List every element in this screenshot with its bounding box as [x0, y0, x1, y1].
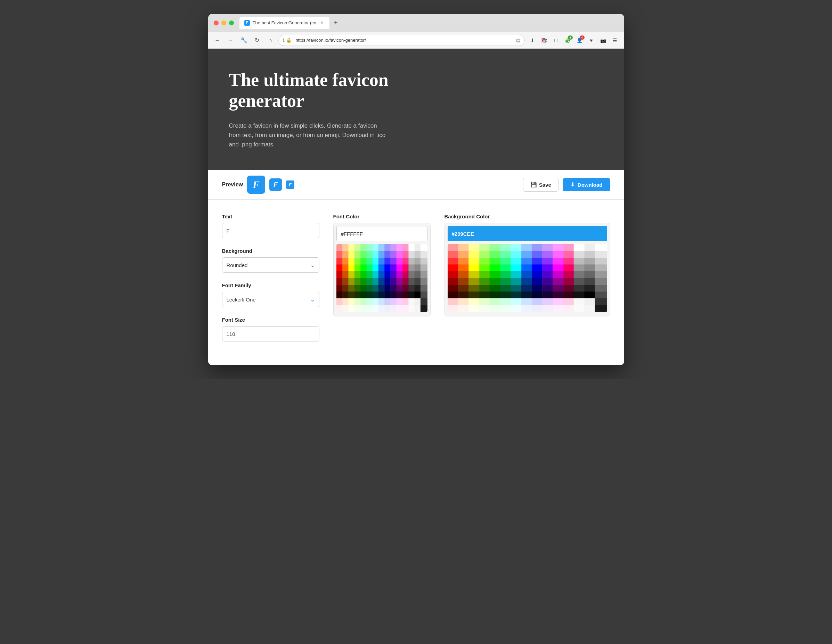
- preview-section: Preview F F F: [222, 176, 294, 194]
- maximize-button[interactable]: [229, 21, 234, 26]
- download-label: Download: [578, 182, 603, 188]
- bookmarks-icon[interactable]: 📚: [539, 35, 549, 45]
- downloads-icon[interactable]: ⬇: [528, 35, 537, 45]
- tab-title: The best Favicon Generator (co: [253, 20, 317, 26]
- save-label: Save: [539, 182, 551, 188]
- form-col-center: Font Color: [333, 213, 430, 351]
- font-color-palette[interactable]: [336, 244, 427, 312]
- browser-content: The ultimate favicon generator Create a …: [208, 49, 624, 365]
- font-color-label: Font Color: [333, 213, 430, 219]
- save-button[interactable]: 💾 Save: [523, 178, 558, 192]
- address-icons: ℹ 🔒: [283, 38, 291, 43]
- font-color-picker: [333, 223, 430, 316]
- close-button[interactable]: [214, 21, 219, 26]
- home-button[interactable]: ⌂: [265, 35, 275, 46]
- security-icon: 🔒: [286, 38, 291, 43]
- new-tab-button[interactable]: +: [331, 18, 341, 28]
- text-input[interactable]: [222, 223, 319, 238]
- form-row: Text Background Circle Rounded Square ⌄: [222, 213, 610, 351]
- nav-right-icons: ⬇ 📚 □ 🧩 4 👤 4 ♥ 📷 ☰: [528, 35, 620, 45]
- url-text: https://favicon.io/favicon-generator/: [296, 38, 513, 43]
- active-tab[interactable]: F The best Favicon Generator (co ✕: [240, 17, 330, 29]
- tab-bar: F The best Favicon Generator (co ✕ +: [240, 17, 619, 29]
- minimize-button[interactable]: [221, 21, 226, 26]
- background-select[interactable]: Circle Rounded Square: [222, 257, 319, 272]
- background-label: Background: [222, 248, 319, 254]
- preview-label: Preview: [222, 181, 243, 188]
- traffic-lights: [214, 21, 234, 26]
- font-size-field-group: Font Size: [222, 317, 319, 341]
- text-label: Text: [222, 213, 319, 219]
- title-bar: F The best Favicon Generator (co ✕ +: [208, 14, 624, 32]
- hero-section: The ultimate favicon generator Create a …: [208, 49, 624, 170]
- form-col-left: Text Background Circle Rounded Square ⌄: [222, 213, 319, 351]
- favicon-preview-medium: F: [269, 178, 282, 191]
- info-icon: ℹ: [283, 38, 285, 43]
- refresh-button[interactable]: ↻: [252, 35, 262, 46]
- profile-icon[interactable]: 👤 4: [575, 35, 584, 45]
- font-family-label: Font Family: [222, 282, 319, 288]
- bg-color-label: Background Color: [445, 213, 610, 219]
- font-family-select[interactable]: Leckerli One Arial Georgia Roboto: [222, 292, 319, 307]
- font-size-label: Font Size: [222, 317, 319, 323]
- font-family-field-group: Font Family Leckerli One Arial Georgia R…: [222, 282, 319, 307]
- hero-description: Create a favicon in few simple clicks. G…: [229, 121, 389, 149]
- text-field-group: Text: [222, 213, 319, 238]
- download-icon: ⬇: [570, 181, 575, 188]
- profile-badge: 4: [580, 35, 584, 40]
- bg-color-palette[interactable]: [448, 244, 607, 312]
- heart-icon[interactable]: ♥: [587, 35, 596, 45]
- bg-color-input[interactable]: [448, 226, 607, 241]
- menu-icon[interactable]: ☰: [610, 35, 620, 45]
- tab-close-button[interactable]: ✕: [319, 20, 325, 26]
- preview-toolbar: Preview F F F 💾 Save ⬇ Download: [208, 170, 624, 200]
- hero-title: The ultimate favicon generator: [229, 70, 396, 111]
- pocket-icon[interactable]: □: [551, 35, 561, 45]
- font-family-select-wrapper: Leckerli One Arial Georgia Roboto ⌄: [222, 292, 319, 307]
- forward-button[interactable]: →: [226, 35, 236, 46]
- tools-button[interactable]: 🔧: [239, 35, 249, 46]
- favicon-preview-large: F: [247, 176, 265, 194]
- nav-bar: ← → 🔧 ↻ ⌂ ℹ 🔒 https://favicon.io/favicon…: [208, 32, 624, 49]
- back-button[interactable]: ←: [212, 35, 223, 46]
- tab-favicon-icon: F: [244, 20, 250, 26]
- background-field-group: Background Circle Rounded Square ⌄: [222, 248, 319, 272]
- favicon-preview-small: F: [286, 181, 294, 189]
- toolbar-actions: 💾 Save ⬇ Download: [523, 178, 610, 192]
- background-select-wrapper: Circle Rounded Square ⌄: [222, 257, 319, 272]
- bg-color-field-group: Background Color: [445, 213, 610, 316]
- save-icon: 💾: [530, 181, 537, 188]
- form-col-right: Background Color: [445, 213, 610, 351]
- font-color-field-group: Font Color: [333, 213, 430, 316]
- bg-color-picker: [445, 223, 610, 316]
- font-color-input[interactable]: [336, 226, 427, 241]
- extensions-icon[interactable]: 🧩 4: [563, 35, 573, 45]
- form-area: Text Background Circle Rounded Square ⌄: [208, 200, 624, 365]
- download-button[interactable]: ⬇ Download: [563, 178, 610, 191]
- browser-window: F The best Favicon Generator (co ✕ + ← →…: [208, 14, 624, 365]
- address-bar[interactable]: ℹ 🔒 https://favicon.io/favicon-generator…: [278, 35, 525, 46]
- screenshot-icon[interactable]: 📷: [598, 35, 608, 45]
- reader-icon: ▤: [516, 38, 520, 43]
- font-size-input[interactable]: [222, 326, 319, 341]
- extension-badge: 4: [568, 35, 573, 40]
